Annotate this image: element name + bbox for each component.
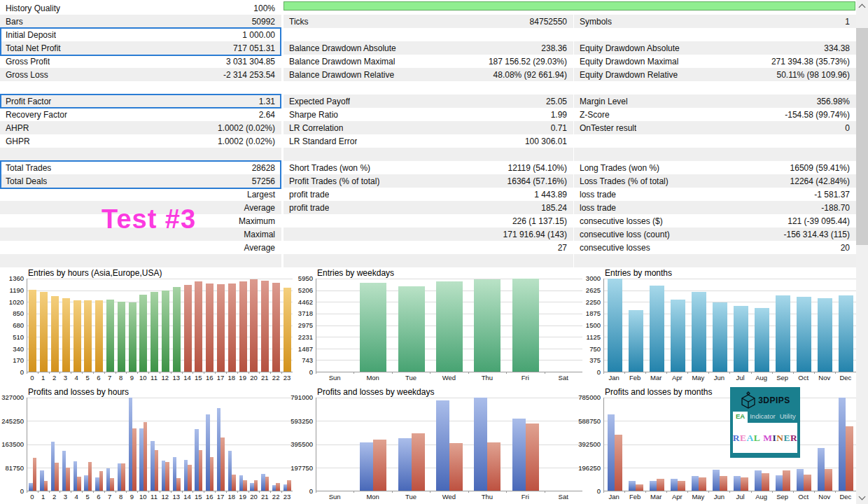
stat-value: 12264 (42.84%) (790, 176, 850, 186)
logo-tab-ea: EA (733, 412, 748, 423)
stat-label: Short Trades (won %) (289, 163, 370, 173)
x-tick-label: 11 (148, 372, 160, 382)
scroll-down-button[interactable] (856, 492, 868, 504)
chart-title: Entries by weekdays (317, 268, 582, 279)
stat-value: 271 394.38 (35.73%) (771, 57, 850, 66)
bar-loss-8 (121, 463, 125, 491)
bar-entries-Dec (839, 295, 853, 372)
x-tick-label: 21 (259, 372, 270, 382)
logo-tab-utility: Utility (778, 412, 798, 423)
scrollbar-thumb[interactable] (856, 28, 868, 245)
x-tick-label: 7 (104, 491, 115, 500)
stat-value: 1 443.89 (534, 190, 567, 200)
bar-profit-Oct (797, 469, 804, 491)
bar-group-19 (237, 279, 248, 372)
stat-label: Gross Profit (6, 57, 50, 66)
x-tick-label: Wed (430, 491, 468, 500)
stat-value: 1 (845, 17, 850, 27)
cube-icon (740, 390, 757, 412)
x-tick-label: 5 (82, 372, 93, 382)
vertical-scrollbar[interactable] (856, 0, 868, 504)
bar-entries-22 (272, 283, 280, 372)
bar-group-15 (193, 279, 204, 372)
x-tick-label: Oct (793, 372, 814, 382)
y-tick-label: 1360 (9, 275, 24, 282)
x-axis-labels: JanFebMarAprMayJunJulAugSepOctNovDec (603, 491, 856, 501)
x-tick-label: 14 (182, 491, 193, 500)
y-tick-label: 0 (309, 369, 313, 376)
chart-profits-losses-by-months: Profits and losses by months 01962503925… (578, 387, 856, 501)
stat-row: GHPR1.0002 (0.02%) (0, 134, 281, 148)
highlight-box-deposit-net-profit (0, 27, 281, 56)
x-tick-label: 10 (137, 491, 148, 500)
bar-group-12 (160, 279, 172, 372)
stat-value: 1.99 (551, 110, 567, 120)
x-tick-label: Sat (545, 372, 582, 382)
y-tick-label: 680 (13, 322, 24, 329)
bar-entries-Oct (797, 297, 811, 372)
x-tick-label: Tue (392, 491, 430, 500)
scroll-up-button[interactable] (856, 0, 868, 12)
stat-label: Balance Drawdown Maximal (289, 57, 395, 66)
vendor-logo-overlay: 3DPIPS EA Indicator Utility REAL MINER (730, 387, 800, 458)
bar-loss-Feb (636, 484, 643, 491)
bar-group-7 (105, 398, 116, 491)
bar-profit-Feb (629, 481, 636, 491)
stat-value: 27 (558, 243, 567, 253)
bar-entries-18 (228, 284, 236, 372)
y-tick-label: 1125 (587, 334, 601, 341)
stat-label: profit trade (289, 190, 329, 200)
stat-row: Loss Trades (% of total)12264 (42.84%) (574, 174, 856, 188)
x-tick-label: 14 (182, 372, 193, 382)
y-tick-label: 588750 (578, 418, 601, 425)
bar-group-5 (83, 398, 94, 491)
bar-loss-Aug (762, 473, 769, 491)
x-tick-label: 20 (248, 372, 260, 382)
stat-label: History Quality (6, 4, 60, 13)
x-tick-label: Apr (666, 372, 687, 382)
bar-entries-Fri (512, 279, 539, 372)
bar-group-18 (226, 279, 237, 372)
highlight-box-profit-factor (0, 94, 281, 108)
bar-group-May (688, 398, 709, 491)
y-tick-label: 81750 (6, 465, 24, 472)
bar-entries-10 (139, 295, 147, 372)
bar-loss-2 (55, 463, 59, 491)
stat-row (574, 81, 856, 94)
chart-entries-by-months: Entries by months 0375750112515001875225… (578, 268, 856, 382)
x-tick-label: 0 (27, 372, 38, 382)
bar-group-Fri (506, 398, 544, 491)
x-tick-label: Sun (316, 491, 354, 500)
x-tick-label: Feb (624, 372, 645, 382)
chart-title: Entries by hours (Asia,Europe,USA) (28, 268, 293, 279)
stat-label: Loss Trades (% of total) (580, 176, 668, 186)
stat-row (284, 28, 573, 41)
bar-group-Tue (393, 398, 430, 491)
bar-entries-12 (162, 290, 169, 372)
x-tick-label: 19 (237, 491, 248, 500)
stat-row: Gross Profit3 031 304.85 (0, 55, 281, 68)
bar-entries-Thu (474, 279, 500, 372)
stat-row: 226 (1 137.15) (284, 214, 573, 227)
x-tick-label: 18 (226, 372, 237, 382)
x-tick-label: Jan (603, 372, 624, 382)
stat-row: Symbols1 (574, 15, 856, 28)
bar-loss-16 (210, 457, 214, 491)
bar-group-Sat (545, 398, 582, 491)
y-tick-label: 163500 (1, 441, 24, 448)
bar-group-Feb (625, 279, 646, 372)
bar-profit-Mon (360, 442, 373, 491)
x-tick-label: Aug (751, 491, 772, 500)
bar-group-5 (83, 279, 94, 372)
y-tick-label: 4462 (298, 299, 313, 306)
x-tick-label: Jan (603, 491, 624, 500)
logo-brand-letter: L (754, 433, 761, 444)
x-tick-label: 9 (126, 491, 137, 500)
bar-entries-2 (51, 296, 59, 372)
watermark-text: Test #3 (102, 204, 196, 234)
x-tick-label: 20 (248, 491, 260, 500)
bar-group-9 (127, 398, 138, 491)
stat-label: loss trade (580, 190, 616, 200)
bar-entries-8 (118, 302, 125, 372)
stat-label: Equity Drawdown Maximal (580, 57, 678, 66)
